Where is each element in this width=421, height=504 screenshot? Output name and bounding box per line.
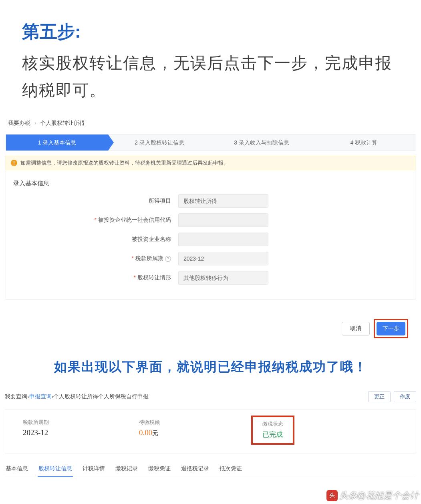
status-value: 已完成 xyxy=(262,430,283,439)
wizard-steps: 1 录入基本信息 2 录入股权转让信息 3 录入收入与扣除信息 4 税款计算 xyxy=(6,134,415,151)
label-tax-period: *税款所属期? xyxy=(6,255,178,262)
step-title: 第五步: xyxy=(22,20,399,44)
amount-value: 0.00 xyxy=(139,428,152,437)
app-screenshot-1: 我要办税 › 个人股权转让所得 1 录入基本信息 2 录入股权转让信息 3 录入… xyxy=(0,116,421,342)
detail-tabs: 基本信息 股权转让信息 计税详情 缴税记录 缴税凭证 退抵税记录 抵次凭证 xyxy=(5,463,416,477)
tab-refund-record[interactable]: 退抵税记录 xyxy=(180,463,210,477)
wizard-step-4[interactable]: 4 税款计算 xyxy=(313,135,415,151)
correct-button[interactable]: 更正 xyxy=(368,391,391,402)
highlight-box: 下一步 xyxy=(374,319,408,338)
input-income-item[interactable]: 股权转让所得 xyxy=(178,194,268,208)
highlight-box-status: 缴税状态 已完成 xyxy=(251,416,294,445)
form-row-transfer-type: *股权转让情形 其他股权转移行为 xyxy=(6,268,415,287)
label-income-item: 所得项目 xyxy=(6,197,178,205)
label-transfer-type: *股权转让情形 xyxy=(6,274,178,281)
next-button[interactable]: 下一步 xyxy=(377,322,405,335)
form-panel: 录入基本信息 所得项目 股权转让所得 *被投资企业统一社会信用代码 被投资企业名… xyxy=(6,170,415,300)
form-row-company-name: 被投资企业名称 xyxy=(6,230,415,249)
help-icon[interactable]: ? xyxy=(165,256,171,262)
breadcrumb2-current: 个人股权转让所得个人所得税自行申报 xyxy=(53,393,149,400)
wizard-step-1[interactable]: 1 录入基本信息 xyxy=(6,135,108,151)
tab-pay-record[interactable]: 缴税记录 xyxy=(115,463,139,477)
period-label: 税款所属期 xyxy=(23,419,139,426)
amount-label: 待缴税额 xyxy=(139,419,251,426)
section-title: 录入基本信息 xyxy=(6,170,415,191)
label-credit-code: *被投资企业统一社会信用代码 xyxy=(6,217,178,224)
breadcrumb-2: 我要查询 › 申报查询 › 个人股权转让所得个人所得税自行申报 更正 作废 xyxy=(0,387,421,410)
form-row-credit-code: *被投资企业统一社会信用代码 xyxy=(6,211,415,230)
cancel-button[interactable]: 取消 xyxy=(342,322,370,335)
tab-offset-cert[interactable]: 抵次凭证 xyxy=(219,463,243,477)
tab-transfer-info[interactable]: 股权转让信息 xyxy=(38,463,73,477)
tab-pay-cert[interactable]: 缴税凭证 xyxy=(147,463,171,477)
tab-tax-detail[interactable]: 计税详情 xyxy=(82,463,106,477)
chevron-right-icon: › xyxy=(34,120,36,126)
breadcrumb: 我要办税 › 个人股权转让所得 xyxy=(6,116,415,134)
input-company-name[interactable] xyxy=(178,233,268,246)
amount-unit: 元 xyxy=(152,430,158,436)
breadcrumb2-link[interactable]: 申报查询 xyxy=(29,393,52,400)
summary-card: 税款所属期 2023-12 待缴税额 0.00元 缴税状态 已完成 xyxy=(5,410,416,454)
alert-banner: ! 如需调整信息，请您修改原报送的股权转让资料，待税务机关重新受理通过后再发起申… xyxy=(6,156,415,170)
summary-period: 税款所属期 2023-12 xyxy=(23,419,139,437)
summary-status: 缴税状态 已完成 xyxy=(251,419,294,445)
alert-text: 如需调整信息，请您修改原报送的股权转让资料，待税务机关重新受理通过后再发起申报。 xyxy=(20,159,229,167)
summary-amount: 待缴税额 0.00元 xyxy=(139,419,251,437)
wizard-step-2[interactable]: 2 录入股权转让信息 xyxy=(108,135,210,151)
breadcrumb2-root[interactable]: 我要查询 xyxy=(5,393,27,400)
form-row-income-item: 所得项目 股权转让所得 xyxy=(6,191,415,211)
period-value: 2023-12 xyxy=(23,428,139,437)
label-company-name: 被投资企业名称 xyxy=(6,236,178,243)
wizard-step-3[interactable]: 3 录入收入与扣除信息 xyxy=(211,135,313,151)
status-label: 缴税状态 xyxy=(262,420,283,428)
success-message: 如果出现以下界面，就说明已经申报纳税成功了哦！ xyxy=(0,342,421,387)
instruction-block: 第五步: 核实股权转让信息，无误后点击下一步，完成申报纳税即可。 xyxy=(0,0,421,116)
breadcrumb-current: 个人股权转让所得 xyxy=(40,120,85,126)
input-tax-period[interactable]: 2023-12 xyxy=(178,252,268,265)
app-screenshot-2: 我要查询 › 申报查询 › 个人股权转让所得个人所得税自行申报 更正 作废 税款… xyxy=(0,387,421,477)
breadcrumb-root[interactable]: 我要办税 xyxy=(8,120,30,126)
input-credit-code[interactable] xyxy=(178,213,268,227)
input-transfer-type[interactable]: 其他股权转移行为 xyxy=(178,271,268,285)
step-description: 核实股权转让信息，无误后点击下一步，完成申报纳税即可。 xyxy=(22,49,399,104)
button-row: 取消 下一步 xyxy=(6,300,415,342)
tab-basic-info[interactable]: 基本信息 xyxy=(5,463,29,477)
void-button[interactable]: 作废 xyxy=(394,391,416,402)
form-row-tax-period: *税款所属期? 2023-12 xyxy=(6,249,415,268)
warning-icon: ! xyxy=(11,160,17,166)
